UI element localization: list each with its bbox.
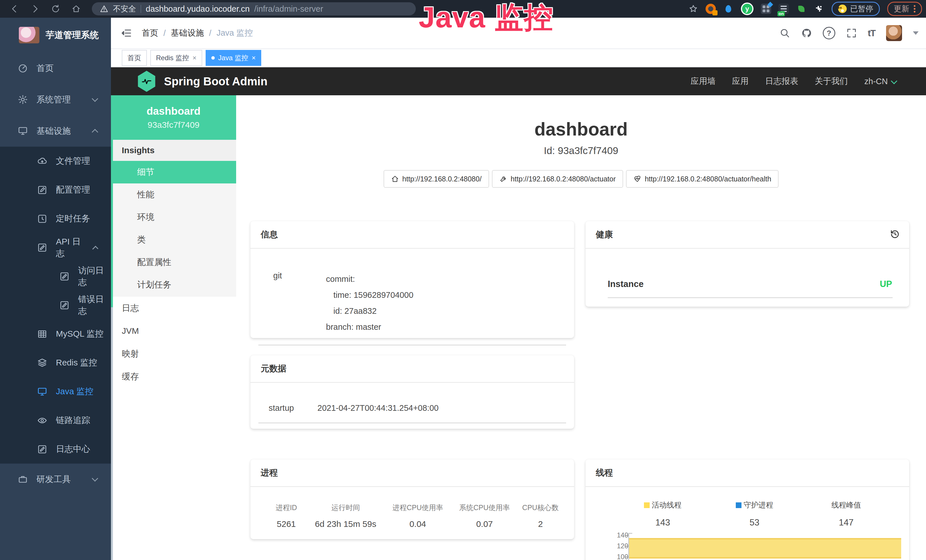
divider <box>259 422 566 423</box>
home-icon[interactable] <box>71 4 81 14</box>
breadcrumb-current: Java 监控 <box>216 27 253 39</box>
bookmark-star-icon[interactable] <box>688 4 698 14</box>
legend-value: 147 <box>800 518 892 528</box>
extensions-puzzle-icon[interactable] <box>814 4 824 14</box>
main-content: dashboard Id: 93a3fc7f7409 http://192.16… <box>236 95 926 560</box>
threads-card-title: 线程 <box>586 459 909 487</box>
health-card-title: 健康 <box>596 229 613 241</box>
chevron-down-icon <box>92 475 98 482</box>
reload-icon[interactable] <box>51 4 61 14</box>
sba-menu-details[interactable]: 细节 <box>111 161 236 183</box>
sidebar-item-error-log[interactable]: 错误日志 <box>0 291 111 319</box>
sba-menu-configprops[interactable]: 配置属性 <box>111 251 236 274</box>
sba-brand[interactable]: Spring Boot Admin <box>164 75 268 88</box>
address-bar[interactable]: 不安全 dashboard.yudao.iocoder.cn/infra/adm… <box>92 2 416 15</box>
sidebar-item-infra[interactable]: 基础设施 <box>0 115 111 147</box>
insights-section-label: Insights <box>111 140 236 161</box>
caret-down-icon[interactable] <box>913 31 918 35</box>
avatar[interactable] <box>886 25 902 41</box>
font-size-icon[interactable]: tT <box>868 28 875 38</box>
menu-dots-icon[interactable] <box>914 5 915 12</box>
sba-menu-metrics[interactable]: 性能 <box>111 183 236 206</box>
history-icon[interactable] <box>889 229 900 240</box>
sidebar-item-access-log[interactable]: 访问日志 <box>0 262 111 291</box>
annotation-text: Java 监控 <box>419 0 554 37</box>
hamburger-icon[interactable] <box>121 27 132 39</box>
sidebar-item-system[interactable]: 系统管理 <box>0 84 111 115</box>
sba-nav-journal[interactable]: 日志报表 <box>765 76 798 87</box>
health-url-button[interactable]: http://192.168.0.2:48080/actuator/health <box>626 170 779 188</box>
sba-logo-icon[interactable] <box>137 71 156 92</box>
sba-nav-wallboard[interactable]: 应用墙 <box>691 76 716 87</box>
extension-switch-icon[interactable]: on <box>779 4 789 14</box>
back-icon[interactable] <box>10 4 20 14</box>
instance-name: dashboard <box>236 119 926 140</box>
sba-menu-jvm[interactable]: JVM <box>111 319 236 342</box>
actuator-url-button[interactable]: http://192.168.0.2:48080/actuator <box>492 170 623 188</box>
legend-value: 53 <box>709 518 800 528</box>
sidebar-item-java[interactable]: Java 监控 <box>0 377 111 406</box>
github-icon[interactable] <box>801 28 812 38</box>
sidebar-item-redis[interactable]: Redis 监控 <box>0 348 111 377</box>
sidebar-item-api-log[interactable]: API 日志 <box>0 233 111 262</box>
extension-leaf-icon[interactable] <box>796 4 806 14</box>
sidebar-item-trace[interactable]: 链路追踪 <box>0 406 111 435</box>
breadcrumb-infra[interactable]: 基础设施 <box>171 27 204 39</box>
tab-redis[interactable]: Redis 监控 × <box>150 50 202 66</box>
sidebar-item-file[interactable]: 文件管理 <box>0 147 111 176</box>
sba-nav-about[interactable]: 关于我们 <box>815 76 848 87</box>
sba-sidebar-scrollbar[interactable] <box>111 95 113 560</box>
process-col-value: 5261 <box>266 513 307 535</box>
sba-language-select[interactable]: zh-CN <box>864 77 896 86</box>
fullscreen-icon[interactable] <box>846 28 857 38</box>
threads-legend: 活动线程 143 守护进程 53 线程峰值 147 <box>586 487 909 528</box>
cloud-upload-icon <box>37 156 47 166</box>
process-col-header: 系统CPU使用率 <box>451 502 518 513</box>
sba-menu-classes[interactable]: 类 <box>111 229 236 251</box>
security-label[interactable]: 不安全 <box>113 4 136 14</box>
app-logo <box>19 27 39 43</box>
sba-menu-mappings[interactable]: 映射 <box>111 342 236 365</box>
process-col-value: 2 <box>518 513 563 535</box>
sba-nav-applications[interactable]: 应用 <box>732 76 749 87</box>
scrollbar-thumb[interactable] <box>111 95 113 307</box>
tab-home[interactable]: 首页 <box>122 50 147 66</box>
briefcase-icon <box>18 474 28 484</box>
sidebar-item-log-center[interactable]: 日志中心 <box>0 435 111 463</box>
divider <box>259 345 566 345</box>
sidebar-item-job[interactable]: 定时任务 <box>0 204 111 233</box>
sba-menu-caches[interactable]: 缓存 <box>111 365 236 388</box>
update-button[interactable]: 更新 <box>887 2 922 16</box>
process-col-value: 6d 23h 15m 59s <box>307 513 385 535</box>
sba-menu-env[interactable]: 环境 <box>111 206 236 229</box>
sidebar-item-devtools[interactable]: 研发工具 <box>0 463 111 495</box>
app-logo-row[interactable]: 芋道管理系统 <box>0 18 111 53</box>
extension-y-icon[interactable]: y <box>741 3 754 15</box>
heartbeat-icon <box>633 175 642 183</box>
sidebar-item-config[interactable]: 配置管理 <box>0 176 111 204</box>
metadata-row-label: startup <box>250 403 318 413</box>
sba-nav: 应用墙 应用 日志报表 关于我们 zh-CN <box>691 76 896 87</box>
sidebar-item-home[interactable]: 首页 <box>0 53 111 84</box>
sba-instance-header[interactable]: dashboard 93a3fc7f7409 <box>111 95 236 140</box>
extension-pin-icon[interactable] <box>723 4 734 14</box>
paused-badge[interactable]: 已暂停 <box>832 2 880 16</box>
process-col-header: 运行时间 <box>307 502 385 513</box>
legend-daemon-threads: 守护进程 53 <box>709 500 800 528</box>
search-icon[interactable] <box>779 28 790 38</box>
breadcrumb-home[interactable]: 首页 <box>142 27 158 39</box>
metadata-row: startup 2021-04-27T00:44:31.254+08:00 <box>250 383 574 413</box>
forward-icon[interactable] <box>30 4 40 14</box>
status-badge: UP <box>880 279 892 289</box>
sba-menu-scheduledtasks[interactable]: 计划任务 <box>111 274 236 296</box>
tab-java[interactable]: Java 监控 × <box>206 50 261 66</box>
extension-colorzilla-icon[interactable] <box>705 4 716 14</box>
sba-menu-logfile[interactable]: 日志 <box>111 297 236 319</box>
monitor-icon <box>37 387 47 397</box>
close-icon[interactable]: × <box>192 54 197 61</box>
sidebar-item-mysql[interactable]: MySQL 监控 <box>0 319 111 348</box>
help-icon[interactable]: ? <box>823 27 835 39</box>
service-url-button[interactable]: http://192.168.0.2:48080/ <box>384 170 489 188</box>
extension-grid-icon[interactable] <box>761 4 771 14</box>
close-icon[interactable]: × <box>251 54 256 61</box>
